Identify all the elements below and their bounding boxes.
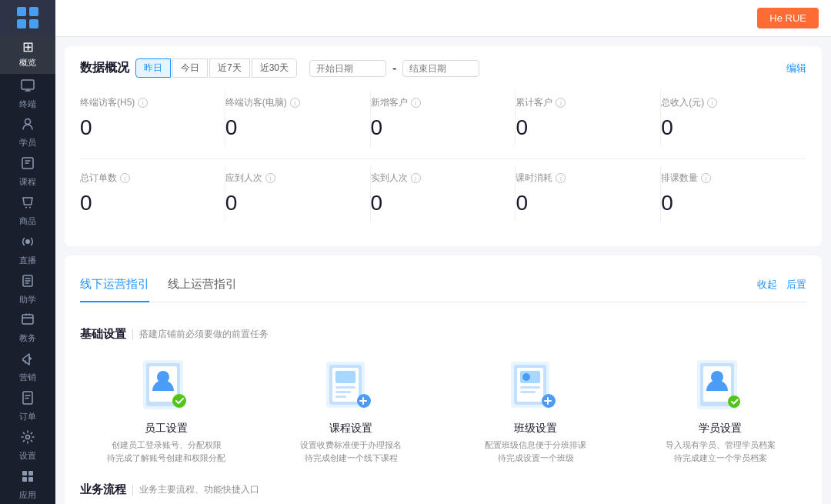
ops-actions: 收起 后置 <box>757 278 806 292</box>
svg-rect-15 <box>28 471 33 476</box>
student-setup-desc: 导入现有学员、管理学员档案 待完成建立一个学员档案 <box>666 439 776 464</box>
ops-tab-offline[interactable]: 线下运营指引 <box>80 268 149 302</box>
basic-setup-section: 基础设置 搭建店铺前必须要做的前置任务 <box>80 315 806 470</box>
sidebar-item-marketing[interactable]: 营销 <box>0 348 55 387</box>
topbar-action-button[interactable]: He RUE <box>757 8 819 28</box>
date-end-input[interactable] <box>402 60 479 77</box>
sidebar-item-terminal[interactable]: 终端 <box>0 74 55 113</box>
stat-info-icon-8[interactable]: i <box>411 173 421 183</box>
stat-total-orders: 总订单数 i 0 <box>80 165 225 222</box>
topbar-right: He RUE <box>757 8 819 28</box>
assist-icon <box>20 273 35 291</box>
date-separator: - <box>392 62 396 75</box>
students-icon <box>20 116 35 134</box>
stat-info-icon-9[interactable]: i <box>556 173 566 183</box>
stat-info-icon-6[interactable]: i <box>120 173 130 183</box>
stat-scheduled-students: 应到人次 i 0 <box>225 165 371 222</box>
collapse-link[interactable]: 收起 <box>757 278 777 292</box>
stats-row-2: 总订单数 i 0 应到人次 i 0 实到人次 i <box>80 165 806 222</box>
business-flow-title: 业务流程 <box>80 482 126 497</box>
svg-rect-2 <box>17 19 26 28</box>
flow-divider <box>132 485 133 496</box>
goods-icon <box>20 195 35 212</box>
backend-link[interactable]: 后置 <box>786 278 806 292</box>
staff-setup-card[interactable]: 员工设置 创建员工登录账号、分配权限 待完成了解账号创建和权限分配 <box>80 354 252 464</box>
svg-point-7 <box>25 206 27 208</box>
svg-rect-11 <box>22 315 33 324</box>
overview-icon: ⊞ <box>22 40 34 54</box>
svg-rect-27 <box>335 386 355 389</box>
sidebar-item-live[interactable]: 直播 <box>0 230 55 269</box>
header-divider <box>132 329 133 340</box>
stat-info-icon-5[interactable]: i <box>707 98 717 108</box>
sidebar-item-assist[interactable]: 助学 <box>0 269 55 309</box>
staff-setup-icon <box>135 354 197 416</box>
svg-rect-26 <box>335 371 355 383</box>
svg-rect-3 <box>29 19 38 28</box>
date-tab-yesterday[interactable]: 昨日 <box>135 58 171 78</box>
orders-icon <box>20 390 35 408</box>
sidebar-item-students[interactable]: 学员 <box>0 113 55 152</box>
basic-setup-title: 基础设置 <box>80 327 126 342</box>
student-setup-title: 学员设置 <box>699 422 742 436</box>
student-setup-card[interactable]: 学员设置 导入现有学员、管理学员档案 待完成建立一个学员档案 <box>634 354 806 464</box>
terminal-icon <box>20 78 35 95</box>
staff-setup-title: 员工设置 <box>145 422 188 436</box>
sidebar-item-teach[interactable]: 教务 <box>0 309 55 348</box>
svg-point-13 <box>26 435 30 439</box>
content-area: 数据概况 昨日 今日 近7天 近30天 - 编辑 终端访客( <box>55 37 831 504</box>
course-setup-title: 课程设置 <box>329 422 372 436</box>
course-setup-icon <box>320 354 382 416</box>
date-range: - <box>309 60 479 77</box>
ops-tab-online[interactable]: 线上运营指引 <box>168 268 237 302</box>
sidebar: ⊞ 概览 终端 学员 课程 <box>0 0 55 504</box>
stat-info-icon-2[interactable]: i <box>290 98 300 108</box>
stat-info-icon-4[interactable]: i <box>556 98 566 108</box>
svg-rect-4 <box>22 80 34 89</box>
date-tab-today[interactable]: 今日 <box>172 58 208 78</box>
date-start-input[interactable] <box>309 60 386 77</box>
stat-info-icon-10[interactable]: i <box>701 173 711 183</box>
topbar: He RUE <box>55 0 831 37</box>
course-setup-card[interactable]: 课程设置 设置收费标准便于办理报名 待完成创建一个线下课程 <box>265 354 437 464</box>
settings-icon <box>20 429 35 447</box>
sidebar-item-courses[interactable]: 课程 <box>0 152 55 192</box>
stat-class-hours: 课时消耗 i 0 <box>516 165 661 222</box>
date-tab-7days[interactable]: 近7天 <box>209 58 250 78</box>
stat-info-icon-7[interactable]: i <box>265 173 275 183</box>
sidebar-item-settings[interactable]: 设置 <box>0 426 55 465</box>
teach-icon <box>20 312 35 329</box>
stat-new-customers: 新增客户 i 0 <box>371 90 516 146</box>
class-setup-desc: 配置班级信息便于分班排课 待完成设置一个班级 <box>485 439 586 464</box>
svg-rect-43 <box>728 396 740 408</box>
basic-setup-cards: 员工设置 创建员工登录账号、分配权限 待完成了解账号创建和权限分配 <box>80 354 806 464</box>
marketing-icon <box>20 351 35 369</box>
stats-row-1: 终端访客(H5) i 0 终端访客(电脑) i 0 新增客户 i <box>80 90 806 146</box>
staff-setup-desc: 创建员工登录账号、分配权限 待完成了解账号创建和权限分配 <box>107 439 225 464</box>
stat-h5-visitors: 终端访客(H5) i 0 <box>80 90 225 146</box>
date-tab-30days[interactable]: 近30天 <box>252 58 297 78</box>
basic-setup-desc: 搭建店铺前必须要做的前置任务 <box>139 328 269 341</box>
business-flow-section: 业务流程 业务主要流程、功能快捷入口 1 <box>80 470 806 504</box>
stat-pc-visitors: 终端访客(电脑) i 0 <box>225 90 371 146</box>
sidebar-logo <box>0 0 55 35</box>
sidebar-item-overview[interactable]: ⊞ 概览 <box>0 35 55 74</box>
edit-link[interactable]: 编辑 <box>786 62 806 75</box>
basic-setup-header: 基础设置 搭建店铺前必须要做的前置任务 <box>80 327 806 342</box>
class-setup-card[interactable]: 班级设置 配置班级信息便于分班排课 待完成设置一个班级 <box>449 354 622 464</box>
sidebar-item-apps[interactable]: 应用 <box>0 465 55 504</box>
student-setup-icon <box>689 354 751 416</box>
business-flow-desc: 业务主要流程、功能快捷入口 <box>139 483 259 496</box>
sidebar-item-orders[interactable]: 订单 <box>0 387 55 426</box>
svg-rect-29 <box>335 396 346 398</box>
sidebar-item-goods[interactable]: 商品 <box>0 192 55 231</box>
stat-info-icon[interactable]: i <box>138 98 148 108</box>
svg-rect-22 <box>172 394 186 408</box>
class-setup-icon <box>505 354 566 416</box>
live-icon <box>20 234 35 252</box>
date-tabs: 昨日 今日 近7天 近30天 <box>135 58 297 78</box>
data-overview-card: 数据概况 昨日 今日 近7天 近30天 - 编辑 终端访客( <box>65 46 822 246</box>
svg-rect-0 <box>17 7 26 16</box>
svg-point-8 <box>29 206 31 208</box>
stat-info-icon-3[interactable]: i <box>411 98 421 108</box>
